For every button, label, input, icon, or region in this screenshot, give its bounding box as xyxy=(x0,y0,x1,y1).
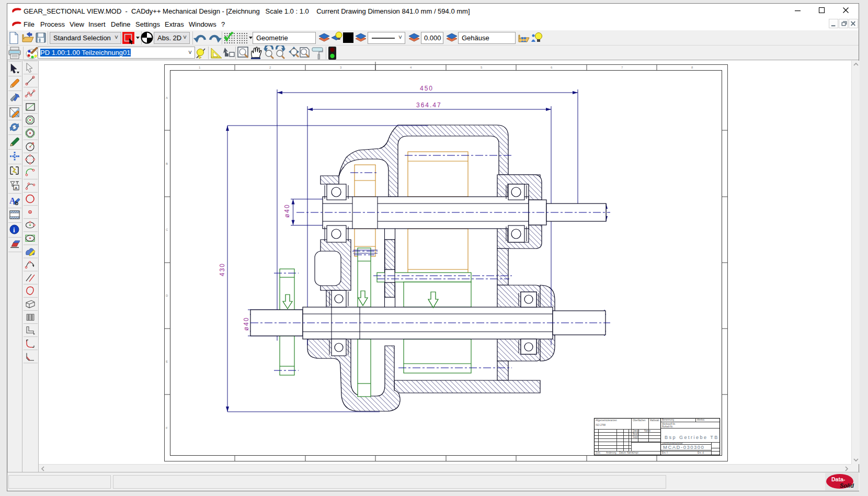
svg-text:Ers. f.: Ers. f. xyxy=(662,452,668,454)
svg-text:A: A xyxy=(166,96,168,99)
svg-text:430: 430 xyxy=(219,263,226,276)
svg-text:Bearb.: Bearb. xyxy=(633,433,639,435)
svg-text:Solid: Solid xyxy=(840,482,854,489)
svg-text:b: b xyxy=(15,200,18,206)
svg-text:ISO 2768: ISO 2768 xyxy=(596,424,606,426)
svg-text:Oberflächen: Oberflächen xyxy=(633,419,646,422)
svg-text:Werkst.: Werkst. xyxy=(697,419,705,421)
svg-text:Änderung: Änderung xyxy=(606,451,616,454)
svg-text:Benennung: Benennung xyxy=(662,419,675,421)
svg-text:ø40: ø40 xyxy=(243,317,250,331)
svg-text:Datum: Datum xyxy=(619,452,626,454)
svg-text:Gepr.: Gepr. xyxy=(633,436,638,438)
svg-text:Datum: Datum xyxy=(633,430,640,432)
svg-text:F: F xyxy=(166,426,168,430)
svg-text:Bsp Getriebe TB: Bsp Getriebe TB xyxy=(665,435,719,440)
svg-text:Urspr.: Urspr. xyxy=(633,452,639,454)
svg-text:Ers. d.: Ers. d. xyxy=(698,452,704,454)
svg-text:Allgemeintoleranzen: Allgemeintoleranzen xyxy=(596,419,617,422)
svg-text:C: C xyxy=(166,228,168,231)
svg-text:Zust.: Zust. xyxy=(596,452,601,454)
svg-text:E: E xyxy=(166,360,168,363)
svg-text:Rohteil-Nr.: Rohteil-Nr. xyxy=(662,425,673,428)
svg-text:B: B xyxy=(166,162,168,165)
svg-text:A: A xyxy=(15,186,18,190)
svg-text:364.47: 364.47 xyxy=(416,102,442,109)
svg-text:450: 450 xyxy=(420,85,433,92)
svg-text:Data-: Data- xyxy=(831,476,846,482)
svg-text:Name: Name xyxy=(644,430,651,432)
svg-text:ø40: ø40 xyxy=(283,204,291,218)
svg-text:MCAD-030300: MCAD-030300 xyxy=(663,444,704,450)
svg-text:D: D xyxy=(166,294,168,297)
svg-text:Maßstab: Maßstab xyxy=(650,419,659,422)
svg-text:i: i xyxy=(13,226,15,234)
